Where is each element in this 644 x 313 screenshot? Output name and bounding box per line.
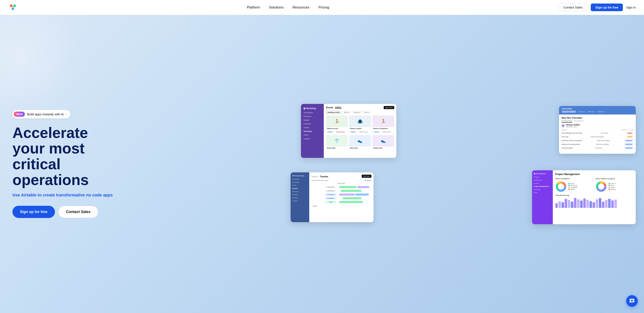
assets-title: Assets (326, 106, 333, 109)
all-sprints-link[interactable]: All sprints (364, 179, 372, 181)
nav-pricing[interactable]: Pricing (318, 6, 329, 10)
checklist-title: New Hire Checklist (562, 117, 633, 119)
sidebar-assets[interactable]: Assets (301, 126, 324, 129)
svg-rect-3 (13, 4, 16, 7)
gantt-row-in-progress-1: In progress (311, 193, 372, 196)
legend-item-3: In progress (568, 187, 578, 188)
col-assignee: Assignee (621, 129, 627, 130)
legend-item-1: Eliana (568, 183, 578, 184)
sidebar-budget[interactable]: Budget (301, 118, 324, 122)
h2-attribution[interactable]: Attribution (532, 188, 553, 191)
tab-referrals[interactable]: Referrals (587, 111, 595, 113)
logo[interactable] (8, 3, 18, 12)
sprints-timeline-title: Timeline (320, 175, 328, 178)
sidebar-overview[interactable]: Overview (301, 129, 324, 133)
chat-button[interactable] (626, 295, 638, 307)
prod-sprints[interactable]: Sprints (290, 187, 309, 190)
bar-10 (586, 200, 589, 208)
tab-interviews[interactable]: Interviews (577, 111, 586, 113)
sidebar-insights[interactable]: Insights (301, 137, 324, 141)
sidebar-campaigns[interactable]: Campaigns (301, 111, 324, 115)
pending-tasks-tab[interactable]: Pending Tasks (562, 120, 572, 123)
status-done: Done (325, 201, 336, 203)
h2-team[interactable]: Team (532, 191, 553, 194)
employee-name: Myrwyn Wolfart (566, 124, 580, 126)
add-task-button[interactable]: Add task (362, 175, 372, 178)
status-donut-chart (555, 181, 567, 192)
nav-actions: Contact Sales Sign up for free Sign in (558, 3, 636, 12)
all-employees-tab[interactable]: All employees (574, 120, 584, 123)
gantt-row-not-started-1: Not started (311, 186, 372, 189)
prod-roadmap[interactable]: Roadmap (290, 181, 309, 184)
status-in-progress-2: In progress (325, 197, 336, 199)
bar-2 (562, 202, 564, 208)
sidebar-requests[interactable]: Requests (301, 115, 324, 118)
status-rejected[interactable]: Rejected (352, 111, 362, 114)
nav-platform[interactable]: Platform › (247, 6, 262, 10)
asset-blue-shoes: 👟 Blue shoes (349, 135, 371, 149)
status-more[interactable]: More ▾ (363, 111, 371, 114)
badge-arrow-icon: › (66, 112, 67, 116)
h2-workstream[interactable]: Workstream (532, 179, 553, 182)
hero-contact-button[interactable]: Contact Sales (58, 206, 98, 218)
badge-important-1: Important (624, 139, 633, 142)
tab-new-hire[interactable]: New Hire Checklist (562, 111, 576, 113)
prod-backlog[interactable]: Backlog (290, 196, 309, 199)
svg-point-9 (558, 184, 564, 189)
add-asset-button[interactable]: Add asset (384, 106, 394, 109)
svg-rect-4 (12, 8, 14, 10)
navbar: Platform › Solutions › Resources › Prici… (0, 0, 644, 15)
legend-item-4: Sprints (568, 189, 578, 190)
badge-important-2: Important (624, 143, 633, 145)
start-date: Oct 25th, 2021 (566, 126, 580, 128)
prod-planning[interactable]: Planning (290, 190, 309, 193)
prod-feedback[interactable]: Feedback (290, 178, 309, 181)
sidebar-calendar[interactable]: Calendar (301, 122, 324, 126)
nav-solutions[interactable]: Solutions › (269, 6, 285, 10)
gallery-tab[interactable]: Gallery (335, 106, 342, 109)
hero-title: Accelerate your most critical operations (12, 125, 290, 188)
marketing-sidebar-title: ▦ Marketing (301, 106, 324, 111)
hero-section: NEW Build apps instantly with AI › Accel… (0, 15, 644, 313)
share-button[interactable]: ↑ Share (311, 205, 372, 207)
bar-13 (596, 199, 598, 208)
asset-runner-bleachers: 🏃 Runner on bleachers Lifestyle Winter s… (372, 116, 394, 134)
onboarding-card: Onboarding New Hire Checklist Interviews… (559, 106, 636, 154)
new-badge[interactable]: NEW Build apps instantly with AI › (12, 110, 70, 118)
tab-references[interactable]: References (596, 111, 606, 113)
bar-3 (564, 199, 567, 208)
status-in-progress-1: In progress (325, 193, 336, 196)
nav-resources[interactable]: Resources › (292, 6, 311, 10)
bar-4 (568, 200, 570, 208)
screenshots-container: ▦ Marketing Campaigns Requests Budget Ca… (290, 104, 636, 224)
nav-signup-button[interactable]: Sign up for free (591, 4, 623, 11)
nav-signin-button[interactable]: Sign in (626, 6, 636, 9)
sidebar-okrs[interactable]: OKRs (301, 133, 324, 137)
prod-insights[interactable]: Insights (290, 199, 309, 202)
badge-critical: Critical (626, 136, 633, 138)
hero-left: NEW Build apps instantly with AI › Accel… (8, 110, 290, 218)
hero-subtitle: Use Airtable to create transformative no… (12, 193, 290, 197)
prod-timeline[interactable]: Timeline (290, 193, 309, 196)
tasks-related: Tasks related to projects (596, 178, 633, 192)
h2-insights[interactable]: Insights (532, 182, 553, 185)
h2-initiatives-card: ▦ H2 Initiatives Projects Workstream Ins… (532, 170, 636, 224)
solutions-chevron-icon: › (284, 6, 285, 9)
bar-18 (611, 200, 614, 208)
status-awaiting[interactable]: Awaiting review (326, 111, 341, 114)
col-objective: Objective (562, 129, 619, 130)
bar-17 (608, 199, 611, 208)
bar-6 (574, 198, 576, 208)
h2-projects[interactable]: Projects (532, 175, 553, 179)
asset-green-shirts: 👕 Green shirts (326, 135, 348, 149)
status-backed[interactable]: Backed (342, 111, 351, 114)
nav-contact-sales-button[interactable]: Contact Sales (558, 3, 588, 12)
checklist-row-4: Assign on-boarding partner Hikaru Kulin-… (562, 143, 633, 146)
bar-14 (599, 198, 601, 208)
hero-signup-button[interactable]: Sign up for free (12, 206, 55, 218)
h2-project-management[interactable]: Project Management (532, 185, 553, 188)
legend-item-8: Backlog (608, 189, 616, 190)
prod-okrs[interactable]: OKRs (290, 184, 309, 187)
bar-19 (614, 200, 617, 208)
bar-15 (602, 202, 604, 208)
